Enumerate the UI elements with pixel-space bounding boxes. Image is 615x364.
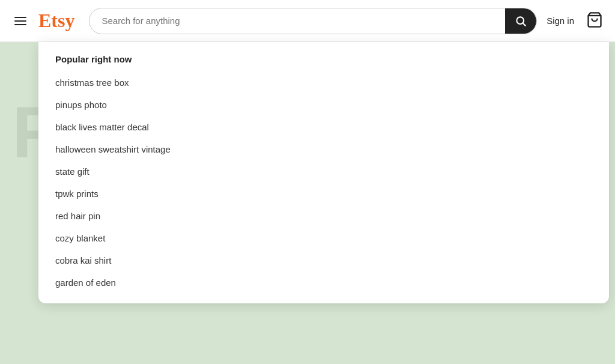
hamburger-menu-button[interactable]: [12, 14, 29, 28]
search-dropdown: Popular right now christmas tree boxpinu…: [38, 42, 609, 303]
sign-in-link[interactable]: Sign in: [547, 16, 574, 26]
dropdown-item-item-4[interactable]: halloween sweatshirt vintage: [38, 138, 609, 160]
svg-point-0: [517, 17, 524, 24]
header-left: Etsy: [12, 10, 79, 32]
header-right: Sign in: [547, 11, 603, 31]
cart-button[interactable]: [586, 11, 603, 31]
dropdown-item-item-7[interactable]: red hair pin: [38, 205, 609, 227]
dropdown-item-item-1[interactable]: christmas tree box: [38, 71, 609, 94]
dropdown-item-item-6[interactable]: tpwk prints: [38, 183, 609, 205]
dropdown-item-item-5[interactable]: state gift: [38, 160, 609, 183]
dropdown-title: Popular right now: [38, 54, 609, 71]
search-bar: [89, 8, 537, 34]
search-input[interactable]: [89, 16, 505, 26]
header: Etsy Sign in: [0, 0, 615, 42]
search-icon: [515, 15, 527, 27]
etsy-logo[interactable]: Etsy: [38, 10, 74, 32]
dropdown-items-list: christmas tree boxpinups photoblack live…: [38, 71, 609, 294]
cart-icon: [586, 11, 603, 28]
dropdown-item-item-9[interactable]: cobra kai shirt: [38, 249, 609, 271]
search-container: [89, 8, 537, 34]
dropdown-item-item-10[interactable]: garden of eden: [38, 271, 609, 294]
svg-line-1: [523, 23, 526, 26]
dropdown-item-item-3[interactable]: black lives matter decal: [38, 116, 609, 138]
dropdown-item-item-8[interactable]: cozy blanket: [38, 227, 609, 249]
search-button[interactable]: [505, 8, 536, 34]
dropdown-item-item-2[interactable]: pinups photo: [38, 94, 609, 116]
